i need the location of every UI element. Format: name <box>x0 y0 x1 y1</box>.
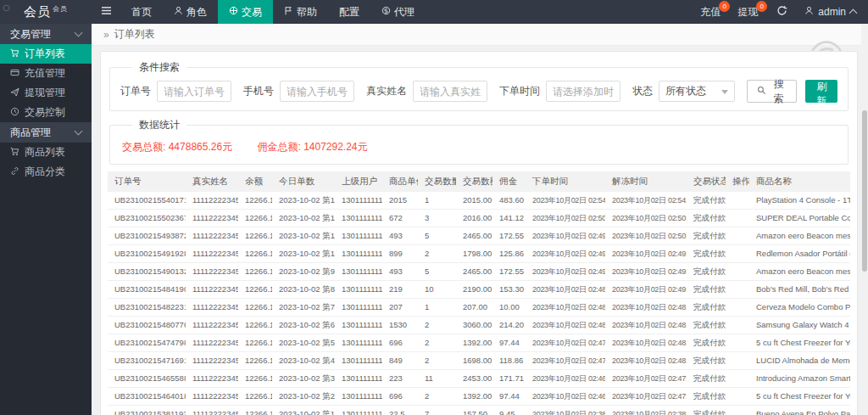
total-commission-amount: 佣金总额: 1407292.24元 <box>257 141 367 153</box>
sidebar-item-product-list[interactable]: 商品列表 <box>0 143 92 162</box>
sidebar-item-product-category[interactable]: 商品分类 <box>0 162 92 182</box>
table-cell <box>726 210 749 227</box>
nav-item-trade[interactable]: 交易 <box>218 0 273 24</box>
sidebar-item-withdraw-management[interactable]: 提现管理 <box>0 83 92 103</box>
logo-sup-text: 会员 <box>53 5 68 13</box>
column-header-5: 商品单价 <box>382 171 418 192</box>
scrollbar-thumb[interactable] <box>862 110 867 272</box>
table-cell: 12266.13 <box>238 227 272 245</box>
clock-icon <box>10 107 19 119</box>
table-cell: 2 <box>418 388 456 406</box>
phone-input[interactable] <box>280 81 354 102</box>
field-order-no: 订单号 <box>120 81 231 102</box>
link-icon <box>10 166 19 178</box>
vertical-scrollbar[interactable] <box>861 24 868 415</box>
table-cell: 2023年10月02日 02:54:39 <box>605 192 687 210</box>
table-cell: 13011111111 <box>335 245 382 263</box>
order-no-label: 订单号 <box>120 84 151 98</box>
sidebar: 交易管理 订单列表 充值管理 提现管理 交易控制 商品管理 商品列表 商品分类 <box>0 24 92 415</box>
table-cell <box>726 370 749 388</box>
field-status: 状态 所有状态 <box>632 81 735 102</box>
table-cell: 2023年10月02日 02:49:01 <box>526 263 605 281</box>
table-cell: 2023-10-02 第2单 <box>272 388 335 406</box>
table-cell: 2023-10-02 第4单 <box>272 352 335 370</box>
table-cell: 696 <box>382 334 418 352</box>
sidebar-item-trade-control[interactable]: 交易控制 <box>0 103 92 122</box>
table-cell <box>726 281 749 299</box>
refresh-page-button[interactable] <box>766 0 798 24</box>
nav-item-help[interactable]: 帮助 <box>273 0 328 24</box>
table-cell: 2023年10月02日 02:48:00 <box>605 352 687 370</box>
table-cell: 11112222345 <box>186 245 238 263</box>
table-row: UB23100215474798631111222234512266.13202… <box>108 334 850 352</box>
recharge-quick-link[interactable]: 充值 0 <box>692 0 729 24</box>
table-row: UB23100215381192811111222234512266.13202… <box>108 406 850 415</box>
chevron-down-icon <box>75 127 83 136</box>
user-icon <box>174 6 183 18</box>
table-cell: 141.12 <box>492 210 526 227</box>
table-cell: 2 <box>418 245 456 263</box>
table-cell: 11112222345 <box>186 281 238 299</box>
table-body: UB23100215540171131111222234512266.13202… <box>108 192 850 415</box>
table-cell <box>726 317 749 334</box>
table-cell: 171.71 <box>492 370 526 388</box>
nav-item-agent[interactable]: 代理 <box>370 0 426 24</box>
table-cell: 1392.00 <box>456 334 492 352</box>
chevron-down-icon <box>75 29 83 37</box>
sidebar-section-trade-management[interactable]: 交易管理 <box>0 24 92 44</box>
sidebar-item-order-list[interactable]: 订单列表 <box>0 44 92 64</box>
table-cell: UB2310021548077676 <box>108 317 186 334</box>
refresh-button[interactable]: 刷新 <box>805 80 837 103</box>
table-cell: 2023年10月02日 02:38:11 <box>526 406 605 415</box>
agent-icon <box>381 6 391 18</box>
table-cell: 2023年10月02日 02:47:47 <box>526 334 605 352</box>
user-avatar-icon <box>804 6 814 18</box>
table-row: UB23100215480776761111222234512266.13202… <box>108 317 850 334</box>
breadcrumb-arrows-icon: » <box>103 29 109 41</box>
table-cell: 7 <box>418 406 456 415</box>
quick-label: 提现 <box>737 5 758 20</box>
table-cell: 1798.00 <box>456 245 492 263</box>
column-header-4: 上级用户 <box>335 171 382 192</box>
table-cell: 2190.00 <box>456 281 492 299</box>
table-cell <box>726 388 749 406</box>
search-button[interactable]: 搜 索 <box>747 80 797 103</box>
nav-item-config[interactable]: 配置 <box>328 0 370 24</box>
table-cell: UB2310021538119281 <box>108 406 186 415</box>
logo-text: 会员 <box>24 4 51 19</box>
table-row: UB23100215482231501111222234512266.13202… <box>108 299 850 317</box>
table-cell: 5 <box>418 263 456 281</box>
order-no-input[interactable] <box>157 81 231 102</box>
table-cell: UB2310021549192852 <box>108 245 186 263</box>
table-cell: UB2310021547169194 <box>108 352 186 370</box>
table-cell: 2023年10月02日 02:38:44 <box>605 406 687 415</box>
nav-item-roles[interactable]: 角色 <box>163 0 218 24</box>
column-header-1: 真实姓名 <box>186 171 238 192</box>
plane-icon <box>10 87 19 99</box>
navbar-right: 充值 0 提现 0 admin <box>692 0 868 24</box>
table-cell: 11112222345 <box>186 192 238 210</box>
column-header-9: 下单时间 <box>526 171 605 192</box>
top-navbar: 会员会员 首页 角色 交易 帮助 配置 代理 充值 <box>0 0 868 24</box>
sidebar-toggle-button[interactable] <box>92 0 120 24</box>
table-cell: 5 cu ft Chest Freezer for Your House, Ga… <box>749 388 850 406</box>
nav-label: 帮助 <box>297 5 317 20</box>
real-name-input[interactable] <box>413 81 487 102</box>
withdraw-quick-link[interactable]: 提现 0 <box>729 0 766 24</box>
nav-item-home[interactable]: 首页 <box>120 0 163 24</box>
search-button-label: 搜 索 <box>771 77 787 106</box>
sidebar-item-recharge-management[interactable]: 充值管理 <box>0 64 92 83</box>
sidebar-section-product-management[interactable]: 商品管理 <box>0 122 92 143</box>
order-time-input[interactable] <box>546 81 620 102</box>
search-panel: 条件搜索 订单号 手机号 真实姓名 下单时间 <box>109 60 849 111</box>
table-cell: Bueno Avena En Polvo Para Preparar Bebid… <box>749 406 850 415</box>
table-cell: 3 <box>418 210 456 227</box>
table-cell: 13011111111 <box>335 227 382 245</box>
table-cell: 118.86 <box>492 352 526 370</box>
trade-icon <box>229 6 238 18</box>
chevron-up-icon <box>849 9 858 18</box>
status-select[interactable]: 所有状态 <box>659 81 735 102</box>
table-cell: SUPER DEAL Portable Compact Mini Twin Tu… <box>749 210 850 227</box>
user-menu[interactable]: admin <box>798 0 868 24</box>
table-cell: 12266.13 <box>238 352 272 370</box>
